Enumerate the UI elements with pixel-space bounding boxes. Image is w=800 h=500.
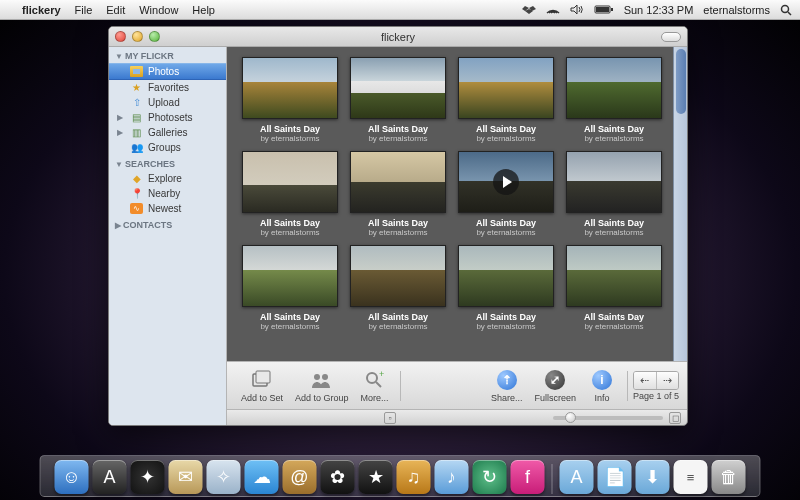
thumbnail-image [458,245,554,307]
dock-folder-docs[interactable]: 📄 [598,460,632,494]
sidebar-item-galleries[interactable]: ▶▥Galleries [109,125,226,140]
thumbnail-image [242,151,338,213]
sidebar-item-photos[interactable]: Photos [109,63,226,80]
add-to-set-label: Add to Set [241,393,283,403]
photo-thumbnail[interactable]: All Saints Dayby eternalstorms [349,151,447,237]
dock-ichat[interactable]: ☁ [245,460,279,494]
menu-help[interactable]: Help [192,4,215,16]
dock-imovie[interactable]: ★ [359,460,393,494]
more-button[interactable]: + More... [355,368,395,403]
menu-window[interactable]: Window [139,4,178,16]
photo-author: by eternalstorms [368,134,427,143]
photo-thumbnail[interactable]: All Saints Dayby eternalstorms [349,57,447,143]
svg-line-10 [376,382,381,387]
menu-file[interactable]: File [75,4,93,16]
share-button[interactable]: ⇡ Share... [485,368,529,403]
toolbar-toggle-button[interactable] [661,32,681,42]
sidebar-item-groups[interactable]: 👥Groups [109,140,226,155]
sidebar-item-upload[interactable]: ⇧Upload [109,95,226,110]
svg-rect-1 [596,7,609,12]
scroll-thumb[interactable] [676,49,686,114]
sidebar-item-nearby[interactable]: 📍Nearby [109,186,226,201]
menubar: flickery File Edit Window Help Sun 12:33… [0,0,800,20]
info-icon: i [588,368,616,392]
dock: ☺ A ✦ ✉ ✧ ☁ @ ✿ ★ ♫ ♪ ↻ f A 📄 ⬇ ≡ 🗑 [40,455,761,497]
sidebar-item-label: Upload [148,97,180,108]
disclosure-triangle-icon: ▼ [115,52,123,61]
photo-thumbnail[interactable]: All Saints Dayby eternalstorms [565,245,663,331]
photo-thumbnail[interactable]: All Saints Dayby eternalstorms [241,245,339,331]
airport-icon[interactable] [546,4,560,15]
battery-icon[interactable] [594,4,614,15]
close-button[interactable] [115,31,126,42]
thumbnail-size-slider[interactable] [553,416,663,420]
app-menu[interactable]: flickery [22,4,61,16]
add-to-set-button[interactable]: Add to Set [235,368,289,403]
more-label: More... [361,393,389,403]
share-icon: ⇡ [493,368,521,392]
zoom-button[interactable] [149,31,160,42]
photo-thumbnail[interactable]: All Saints Dayby eternalstorms [457,57,555,143]
minimize-button[interactable] [132,31,143,42]
dock-trash[interactable]: 🗑 [712,460,746,494]
photo-thumbnail[interactable]: All Saints Dayby eternalstorms [349,245,447,331]
info-label: Info [594,393,609,403]
dock-timemachine[interactable]: ↻ [473,460,507,494]
dock-flickery[interactable]: f [511,460,545,494]
dock-mail[interactable]: ✉ [169,460,203,494]
sidebar-item-label: Photos [148,66,179,77]
disclosure-triangle-icon: ▶ [117,113,125,122]
menu-edit[interactable]: Edit [106,4,125,16]
dock-folder-apps[interactable]: A [560,460,594,494]
fullscreen-icon: ⤢ [541,368,569,392]
volume-icon[interactable] [570,4,584,15]
sidebar-item-label: Newest [148,203,181,214]
pin-icon: 📍 [130,188,143,199]
thumbnail-image [242,57,338,119]
clock[interactable]: Sun 12:33 PM [624,4,694,16]
sidebar-section-header[interactable]: ▼ SEARCHES [109,155,226,171]
rss-icon: ∿ [130,203,143,214]
photo-thumbnail[interactable]: All Saints Dayby eternalstorms [565,151,663,237]
sidebar-section-header[interactable]: ▼ MY FLICKR [109,47,226,63]
info-button[interactable]: i Info [582,368,622,403]
dock-folder-downloads[interactable]: ⬇ [636,460,670,494]
dock-document[interactable]: ≡ [674,460,708,494]
spotlight-icon[interactable] [780,4,792,16]
dock-iphoto[interactable]: ✿ [321,460,355,494]
page-control: ⇠ ⇢ Page 1 of 5 [633,371,679,401]
photo-thumbnail[interactable]: All Saints Dayby eternalstorms [457,151,555,237]
fullscreen-button[interactable]: ⤢ Fullscreen [528,368,582,403]
photo-grid: All Saints Dayby eternalstormsAll Saints… [227,47,673,361]
sidebar-item-newest[interactable]: ∿Newest [109,201,226,216]
scrollbar[interactable] [673,47,687,361]
dock-itunes[interactable]: ♪ [435,460,469,494]
dock-garageband[interactable]: ♫ [397,460,431,494]
add-to-group-button[interactable]: Add to Group [289,368,355,403]
photo-thumbnail[interactable]: All Saints Dayby eternalstorms [565,57,663,143]
user-menu[interactable]: eternalstorms [703,4,770,16]
photo-thumbnail[interactable]: All Saints Dayby eternalstorms [241,151,339,237]
photo-thumbnail[interactable]: All Saints Dayby eternalstorms [457,245,555,331]
fullscreen-label: Fullscreen [534,393,576,403]
prev-page-button[interactable]: ⇠ [634,372,656,389]
sidebar-item-label: Photosets [148,112,192,123]
dock-finder[interactable]: ☺ [55,460,89,494]
titlebar[interactable]: flickery [109,27,687,47]
sidebar-item-label: Groups [148,142,181,153]
dock-addressbook[interactable]: @ [283,460,317,494]
dock-safari[interactable]: ✧ [207,460,241,494]
dropbox-menulet[interactable] [522,4,536,16]
photo-title: All Saints Day [368,218,428,228]
slider-knob[interactable] [565,412,576,423]
sidebar-item-favorites[interactable]: ★Favorites [109,80,226,95]
thumbnail-image [242,245,338,307]
sidebar-section-header[interactable]: ▶ CONTACTS [109,216,226,232]
next-page-button[interactable]: ⇢ [656,372,678,389]
photo-thumbnail[interactable]: All Saints Dayby eternalstorms [241,57,339,143]
sidebar-item-explore[interactable]: ◆Explore [109,171,226,186]
photo-author: by eternalstorms [476,322,535,331]
sidebar-item-photosets[interactable]: ▶▤Photosets [109,110,226,125]
dock-appstore[interactable]: A [93,460,127,494]
dock-dashboard[interactable]: ✦ [131,460,165,494]
